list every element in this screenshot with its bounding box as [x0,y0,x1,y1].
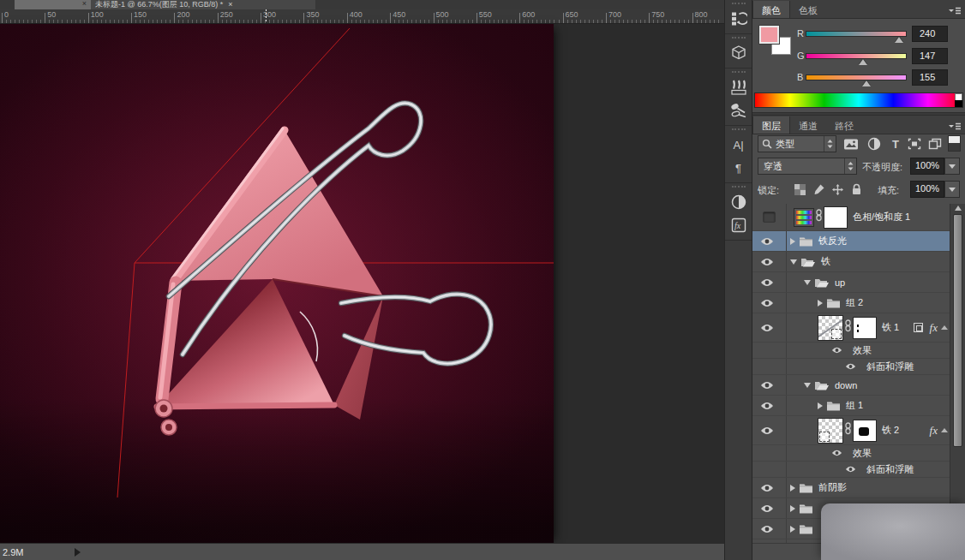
color-panel-tab-颜色[interactable]: 颜色 [752,1,790,18]
fill-value[interactable]: 100% [910,181,944,198]
effects-header-row[interactable]: 效果 [752,445,950,462]
visibility-toggle[interactable] [752,293,787,313]
layer-thumbnail[interactable] [818,315,843,341]
visibility-toggle[interactable] [752,445,787,461]
layer-group-row[interactable]: down [752,375,950,396]
horizontal-ruler[interactable]: 0501001502002503003504004505005506006507… [0,9,724,24]
visibility-toggle[interactable] [752,478,787,497]
adjustments-panel-icon[interactable] [727,191,750,213]
visibility-eye-icon[interactable] [760,402,774,410]
black-swatch[interactable] [955,100,962,107]
channel-slider-b[interactable] [806,74,907,80]
channel-value-g[interactable]: 147 [912,48,948,64]
caret-down-icon[interactable] [804,280,811,285]
color-panel-tab-色板[interactable]: 色板 [790,1,826,18]
drag-grip-icon[interactable] [732,71,746,74]
shape-filter-icon[interactable] [905,135,924,152]
color-spectrum-ramp[interactable] [754,92,963,108]
brush-panel-icon[interactable] [727,76,750,98]
visibility-eye-icon[interactable] [760,324,774,332]
visibility-eye-icon[interactable] [760,237,774,246]
type-filter-icon[interactable]: T [886,135,905,152]
drag-grip-icon[interactable] [732,186,746,189]
opacity-value[interactable]: 100% [910,158,944,175]
visibility-eye-icon[interactable] [845,363,856,370]
caret-right-icon[interactable] [818,300,823,307]
slider-thumb-icon[interactable] [895,37,903,43]
visibility-toggle[interactable] [752,343,787,358]
lock-all-icon[interactable] [847,181,866,198]
clone-source-panel-icon[interactable] [727,99,750,122]
drag-grip-icon[interactable] [732,37,746,40]
layers-panel-tab-通道[interactable]: 通道 [790,116,826,134]
layers-panel-tab-图层[interactable]: 图层 [752,116,790,134]
close-icon[interactable]: × [228,0,232,9]
drag-grip-icon[interactable] [732,3,746,6]
visibility-toggle[interactable] [752,272,787,292]
layer-group-row[interactable]: 前阴影 [752,478,950,498]
visibility-eye-icon[interactable] [831,450,842,456]
caret-right-icon[interactable] [818,402,823,409]
layer-group-row[interactable]: 组 2 [752,293,950,313]
visibility-toggle[interactable] [752,396,787,415]
character-panel-icon[interactable]: A| [727,134,750,156]
dropdown-stepper-icon[interactable] [844,158,856,174]
canvas-viewport[interactable] [0,24,724,543]
effect-row[interactable]: 斜面和浮雕 [752,462,950,478]
visibility-eye-icon[interactable] [760,299,774,307]
channel-slider-g[interactable] [806,53,907,59]
caret-right-icon[interactable] [790,526,795,533]
visibility-eye-icon[interactable] [760,504,774,513]
visibility-toggle[interactable] [752,519,787,539]
layer-filter-type-dropdown[interactable]: 类型 [758,135,836,152]
styles-panel-icon[interactable]: fx [727,214,750,236]
image-filter-icon[interactable] [842,135,860,152]
visibility-eye-icon[interactable] [760,258,774,266]
visibility-toggle[interactable] [752,231,787,251]
layer-group-row[interactable]: 铁 [752,252,950,272]
slider-thumb-icon[interactable] [862,80,871,86]
foreground-color-swatch[interactable] [759,26,779,44]
channel-value-b[interactable]: 155 [912,69,948,86]
caret-right-icon[interactable] [790,485,795,491]
fx-collapse-icon[interactable] [941,428,948,432]
layer-row[interactable]: 铁 1fx [752,313,950,343]
close-icon[interactable]: × [82,0,87,8]
slider-thumb-icon[interactable] [859,59,867,65]
visibility-toggle[interactable] [752,313,787,342]
visibility-toggle[interactable] [752,462,787,477]
layer-mask-thumbnail[interactable] [824,206,848,229]
visibility-eye-icon[interactable] [760,426,774,435]
visibility-toggle[interactable] [752,252,787,271]
channel-slider-r[interactable] [806,31,907,37]
visibility-eye-icon[interactable] [760,381,774,390]
visibility-toggle[interactable] [752,204,787,230]
layers-scrollbar[interactable] [950,204,965,543]
scrollbar-thumb[interactable] [953,214,962,447]
layer-row[interactable]: 铁 2fx [752,416,950,445]
scroll-up-icon[interactable] [955,206,962,211]
dropdown-stepper-icon[interactable] [824,136,836,152]
visibility-eye-icon[interactable] [760,525,774,533]
visibility-eye-icon[interactable] [760,484,774,492]
smart-object-filter-icon[interactable] [926,135,944,152]
paragraph-panel-icon[interactable]: ¶ [727,157,750,179]
blend-mode-dropdown[interactable]: 穿透 [758,158,857,175]
visibility-toggle[interactable] [752,416,787,444]
visibility-well[interactable] [763,211,776,223]
history-panel-icon[interactable] [727,8,750,30]
layer-mask-thumbnail[interactable] [853,420,877,442]
effects-header-row[interactable]: 效果 [752,343,950,359]
layer-group-row[interactable]: up [752,272,950,293]
lock-image-icon[interactable] [809,181,828,198]
visibility-toggle[interactable] [752,498,787,518]
layer-fx-badge[interactable]: fx [930,321,938,335]
effect-row[interactable]: 斜面和浮雕 [752,359,950,375]
panel-menu-icon[interactable] [948,120,962,135]
layers-panel-tab-路径[interactable]: 路径 [826,116,862,134]
caret-down-icon[interactable] [790,259,797,265]
layer-filter-toggle[interactable] [948,135,961,152]
channel-value-r[interactable]: 240 [912,26,948,42]
visibility-toggle[interactable] [752,375,787,395]
document-canvas[interactable] [0,24,554,543]
